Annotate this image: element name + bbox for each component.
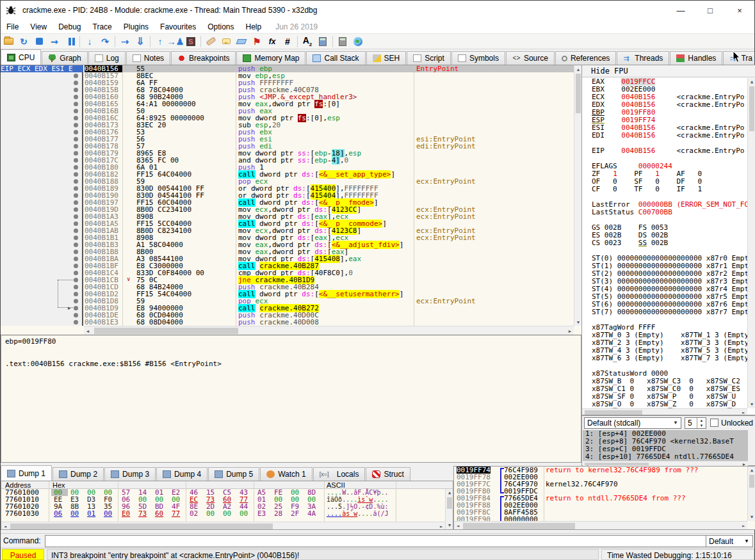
instruction-bullet[interactable]	[74, 264, 78, 268]
tab-dump-1[interactable]: Dump 1	[1, 465, 52, 481]
step-into-icon[interactable]: ↓	[83, 35, 97, 48]
menu-debug[interactable]: Debug	[53, 20, 86, 33]
dump-row[interactable]: 7760103006000100E073607702000000E3282F4A…	[1, 510, 453, 517]
tab-log[interactable]: Log	[88, 51, 126, 65]
open-folder-icon[interactable]	[1, 35, 15, 48]
stack-row[interactable]: 0019FF88002EE000	[454, 502, 747, 509]
disassembly-view[interactable]: 0040B15655push ebpEntryPoint0040B1578BEC…	[1, 65, 581, 335]
menu-favourites[interactable]: Favourites	[154, 20, 202, 33]
patch-icon[interactable]	[204, 35, 218, 48]
instruction-bullet[interactable]	[74, 299, 78, 303]
label-icon[interactable]	[234, 35, 248, 48]
unlocked-checkbox[interactable]	[710, 419, 718, 427]
step-out-icon[interactable]: ↑	[153, 35, 167, 48]
stack-row[interactable]: 0019FF8477665DE4return to ntdll.77665DE4…	[454, 495, 747, 502]
stop-s-icon[interactable]: S	[184, 35, 198, 48]
stop-icon[interactable]	[32, 35, 46, 48]
stack-row[interactable]: 0019FF8C8AFF4585	[454, 509, 747, 516]
instruction-bullet[interactable]	[74, 74, 78, 78]
tab-call-stack[interactable]: Call Stack	[306, 51, 365, 65]
maximize-button[interactable]: □	[695, 1, 725, 20]
menu-options[interactable]: Options	[202, 20, 239, 33]
menu-plugins[interactable]: Plugins	[118, 20, 154, 33]
instruction-bullet[interactable]	[74, 116, 78, 120]
comment-icon[interactable]	[219, 35, 233, 48]
instruction-bullet[interactable]	[74, 165, 78, 170]
instruction-bullet[interactable]	[74, 109, 78, 113]
tab-script[interactable]: Script	[407, 51, 451, 65]
tab-dump-2[interactable]: Dump 2	[53, 467, 104, 481]
globe-icon[interactable]	[351, 35, 365, 48]
instruction-bullet[interactable]	[74, 278, 78, 282]
minimize-button[interactable]: —	[666, 1, 695, 20]
instruction-bullet[interactable]	[74, 214, 78, 219]
registers-panel[interactable]: Hide FPU EAX 0019FFCCEBX 002EE000ECX 004…	[581, 65, 755, 415]
instruction-bullet[interactable]	[74, 151, 78, 156]
instruction-bullet[interactable]	[74, 88, 78, 92]
tab-symbols[interactable]: Symbols	[451, 51, 505, 65]
instruction-bullet[interactable]	[74, 200, 78, 205]
tab-handles[interactable]: Handles	[670, 51, 722, 65]
instruction-bullet[interactable]	[74, 257, 78, 261]
hash-icon[interactable]: #	[280, 35, 295, 48]
instruction-bullet[interactable]	[74, 271, 78, 275]
fx-icon[interactable]: fx	[265, 35, 279, 48]
instruction-bullet[interactable]	[74, 292, 78, 296]
tab-dump-3[interactable]: Dump 3	[104, 467, 156, 481]
instruction-bullet[interactable]	[74, 236, 78, 240]
instruction-bullet[interactable]	[74, 179, 78, 184]
tab-threads[interactable]: ⇉Threads	[617, 51, 669, 65]
stack-row[interactable]: 0019FF7476C4F989return to kernel32.76C4F…	[454, 467, 747, 474]
call-arg-row[interactable]: 4: [esp+10] 77665DE4 ntdll.77665DE4	[583, 453, 748, 461]
tab-references[interactable]: References	[555, 51, 616, 65]
tab-graph[interactable]: Graph	[42, 51, 87, 65]
instruction-bullet[interactable]	[74, 243, 78, 247]
menu-help[interactable]: Help	[240, 20, 268, 33]
close-button[interactable]: ×	[725, 1, 754, 20]
command-input[interactable]	[45, 535, 707, 547]
instruction-bullet[interactable]	[74, 137, 78, 141]
arg-count-spinner[interactable]: 5▲▼	[685, 417, 706, 429]
instruction-bullet[interactable]	[74, 221, 78, 226]
tab-struct[interactable]: Struct	[366, 467, 410, 481]
tab-watch-1[interactable]: Watch 1	[260, 467, 313, 481]
instruction-bullet[interactable]	[74, 81, 78, 85]
command-script-dropdown[interactable]: Default▼	[706, 535, 753, 547]
hide-fpu-button[interactable]: Hide FPU	[582, 65, 755, 77]
tab-source[interactable]: <>Source	[506, 51, 555, 65]
restart-icon[interactable]: ↻	[17, 35, 31, 48]
instruction-bullet[interactable]	[74, 130, 78, 134]
instruction-bullet[interactable]	[74, 207, 78, 212]
tab-notes[interactable]: Notes	[126, 51, 170, 65]
run-icon[interactable]: ➞	[47, 35, 61, 48]
pause-icon[interactable]	[63, 35, 77, 48]
menu-trace[interactable]: Trace	[87, 20, 118, 33]
step-out-big-icon[interactable]: ⇓	[133, 35, 147, 48]
instruction-bullet[interactable]	[74, 123, 78, 127]
dump-view[interactable]: AddressHexASCII 7760100000000000571401E2…	[1, 481, 453, 530]
instruction-bullet[interactable]	[74, 186, 78, 191]
instruction-bullet[interactable]	[74, 250, 78, 254]
instruction-bullet[interactable]	[74, 102, 78, 106]
preferences-device-icon[interactable]	[316, 35, 330, 48]
instruction-bullet[interactable]	[74, 285, 78, 289]
instruction-bullet[interactable]	[74, 193, 78, 198]
tab-dump-5[interactable]: Dump 5	[208, 467, 259, 481]
instruction-bullet[interactable]	[74, 172, 78, 177]
tab-dump-4[interactable]: Dump 4	[156, 467, 207, 481]
instruction-bullet[interactable]	[74, 144, 78, 148]
instruction-bullet[interactable]	[74, 306, 78, 310]
run-to-user-icon[interactable]: ⇢	[118, 35, 132, 48]
stack-view[interactable]: 0019FF7476C4F989return to kernel32.76C4F…	[453, 466, 755, 530]
calling-convention-dropdown[interactable]: Default (stdcall)▼	[584, 417, 681, 429]
menu-file[interactable]: File	[1, 20, 24, 33]
instruction-bullet[interactable]	[74, 320, 78, 324]
calculator-icon[interactable]	[336, 35, 350, 48]
bookmark-icon[interactable]: ⚑	[250, 35, 264, 48]
instruction-bullet[interactable]	[74, 228, 78, 233]
menu-view[interactable]: View	[24, 20, 53, 33]
disasm-row[interactable]: 0040B1E368 08D04000push crackme.40D008	[1, 319, 581, 326]
attach-icon[interactable]: →♟	[168, 35, 183, 48]
tab-memory-map[interactable]: Memory Map	[236, 51, 305, 65]
tab-cpu[interactable]: CPU	[1, 49, 41, 65]
